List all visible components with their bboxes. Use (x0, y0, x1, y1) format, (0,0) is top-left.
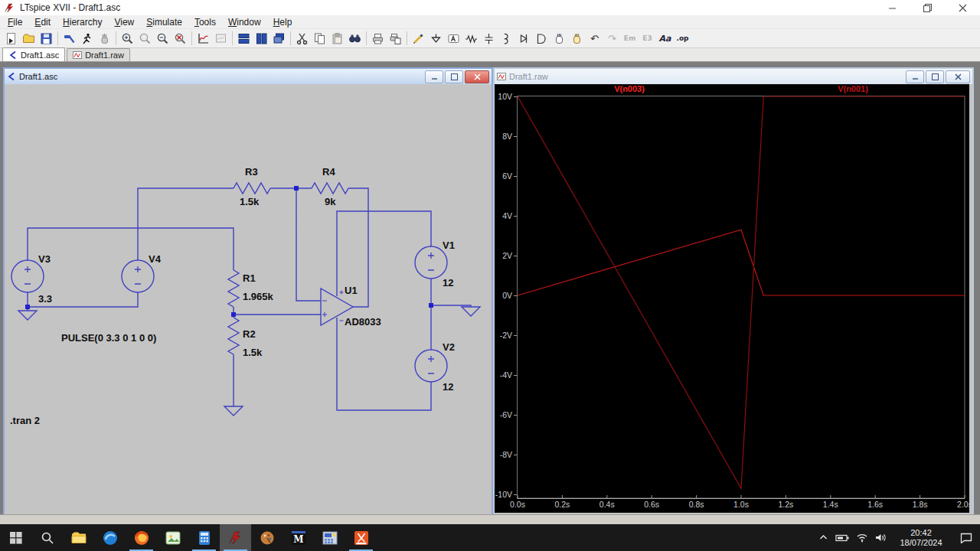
paste-icon[interactable] (328, 30, 346, 47)
source-v4-symbol[interactable] (122, 260, 154, 292)
label-v1-name[interactable]: V1 (443, 240, 455, 251)
run-simulation-icon[interactable] (78, 30, 96, 47)
waveform-maximize-button[interactable] (926, 70, 944, 83)
menu-window[interactable]: Window (222, 16, 267, 28)
open-file-icon[interactable] (20, 30, 38, 47)
control-panel-icon[interactable] (60, 30, 78, 47)
find-icon[interactable] (346, 30, 364, 47)
mark-em-icon[interactable]: Em (621, 30, 639, 47)
label-v4-name[interactable]: V4 (149, 253, 161, 265)
label-r4-name[interactable]: R4 (322, 166, 335, 178)
label-v4-value[interactable]: PULSE(0 3.3 0 1 0 0) (61, 332, 156, 344)
cut-icon[interactable] (293, 30, 311, 47)
resistor-r3-symbol[interactable] (234, 183, 270, 194)
action-center-icon[interactable] (960, 533, 972, 543)
place-diode-icon[interactable] (515, 30, 533, 47)
taskbar-ltspice-icon[interactable] (220, 524, 251, 551)
app-minimize-button[interactable] (874, 0, 910, 15)
tile-horizontal-icon[interactable] (235, 30, 253, 47)
undo-icon[interactable]: ↶ (586, 30, 603, 47)
save-icon[interactable] (38, 30, 55, 47)
schematic-maximize-button[interactable] (445, 70, 463, 83)
place-ground-icon[interactable] (427, 30, 445, 47)
taskbar-adobe-reader-icon[interactable] (345, 524, 377, 551)
legend-v-n001-[interactable]: V(n001) (838, 84, 868, 93)
place-capacitor-icon[interactable] (480, 30, 498, 47)
spice-directive-icon[interactable]: .op (674, 30, 691, 47)
menu-tools[interactable]: Tools (188, 16, 222, 28)
taskbar-photo-app-icon[interactable] (157, 524, 188, 551)
schematic-close-button[interactable] (465, 70, 489, 83)
battery-icon[interactable] (835, 533, 849, 543)
zoom-out-icon[interactable] (154, 30, 172, 47)
app-close-button[interactable] (945, 0, 980, 15)
zoom-full-extents-icon[interactable] (172, 30, 189, 47)
taskbar-grid-utility-icon[interactable] (314, 524, 345, 551)
place-resistor-icon[interactable] (462, 30, 480, 47)
taskbar-paint-app-icon[interactable] (251, 524, 283, 551)
redo-icon[interactable]: ↷ (603, 30, 621, 47)
taskbar-calculator-icon[interactable] (188, 524, 220, 551)
zoom-in-icon[interactable] (119, 30, 136, 47)
source-v3-symbol[interactable] (11, 260, 44, 292)
taskbar-clock[interactable]: 20:42 18/07/2024 (893, 528, 949, 548)
label-v2-name[interactable]: V2 (443, 341, 455, 353)
label-r4-value[interactable]: 9k (325, 196, 335, 207)
schematic-canvas[interactable]: R3 1.5k R4 9k V3 3.3 V4 PULSE(0 3.3 0 1 … (5, 84, 488, 513)
resistor-r4-symbol[interactable] (312, 183, 348, 194)
resistor-r1-symbol[interactable] (228, 270, 239, 307)
copy-icon[interactable] (311, 30, 328, 47)
label-v2-value[interactable]: 12 (443, 381, 453, 393)
menu-help[interactable]: Help (267, 16, 299, 28)
app-restore-button[interactable] (910, 0, 945, 15)
new-schematic-icon[interactable] (2, 30, 20, 47)
place-net-label-icon[interactable] (445, 30, 462, 47)
schematic-window-titlebar[interactable]: Draft1.asc (5, 69, 492, 84)
menu-file[interactable]: File (2, 16, 28, 28)
print-preview-icon[interactable] (387, 30, 404, 47)
print-icon[interactable] (369, 30, 387, 47)
hidden-icons-chevron-icon[interactable] (818, 533, 828, 543)
drag-icon[interactable] (568, 30, 586, 47)
add-text-icon[interactable]: Aa (656, 30, 674, 47)
wifi-icon[interactable] (856, 533, 868, 543)
label-v3-value[interactable]: 3.3 (38, 293, 52, 305)
move-icon[interactable] (550, 30, 568, 47)
menu-view[interactable]: View (108, 16, 140, 28)
app-titlebar[interactable]: LTspice XVII - Draft1.asc (0, 0, 980, 15)
taskbar-file-explorer-icon[interactable] (63, 524, 94, 551)
label-spice-directive[interactable]: .tran 2 (10, 415, 40, 426)
place-component-icon[interactable] (533, 30, 550, 47)
waveform-window-titlebar[interactable]: Draft1.raw (495, 69, 972, 84)
label-r2-name[interactable]: R2 (243, 328, 256, 340)
speaker-icon[interactable] (875, 533, 887, 543)
schematic-minimize-button[interactable] (425, 70, 443, 83)
taskbar-firefox-icon[interactable] (126, 524, 157, 551)
waveform-minimize-button[interactable] (906, 70, 924, 83)
halt-simulation-icon[interactable] (96, 30, 113, 47)
label-r3-value[interactable]: 1.5k (240, 196, 259, 207)
resistor-r2-symbol[interactable] (228, 318, 239, 354)
label-r1-value[interactable]: 1.965k (243, 291, 273, 302)
pan-plot-icon[interactable] (212, 30, 230, 47)
zoom-back-icon[interactable] (136, 30, 154, 47)
draw-wire-icon[interactable] (410, 30, 427, 47)
autorange-y-icon[interactable] (194, 30, 212, 47)
tab-draft1-raw[interactable]: Draft1.raw (67, 48, 130, 61)
label-u1-value[interactable]: AD8033 (345, 316, 381, 328)
waveform-plot-area[interactable]: 10V8V6V4V2V0V-2V-4V-6V-8V-10V0.0s0.2s0.4… (495, 84, 969, 513)
source-v2-symbol[interactable] (415, 350, 447, 382)
waveform-close-button[interactable] (946, 70, 970, 83)
label-v3-name[interactable]: V3 (38, 253, 51, 265)
taskbar-search-icon[interactable] (31, 524, 63, 551)
menu-simulate[interactable]: Simulate (140, 16, 188, 28)
taskbar-blue-circle-app-icon[interactable] (94, 524, 126, 551)
taskbar-miktex-icon[interactable]: M (283, 524, 314, 551)
menu-hierarchy[interactable]: Hierarchy (57, 16, 108, 28)
legend-v-n003-[interactable]: V(n003) (614, 84, 645, 93)
tab-draft1-asc[interactable]: Draft1.asc (2, 47, 65, 61)
label-r3-name[interactable]: R3 (245, 166, 258, 178)
mark-e3-icon[interactable]: E3 (639, 30, 656, 47)
label-r1-name[interactable]: R1 (243, 272, 256, 284)
label-u1-name[interactable]: U1 (345, 285, 358, 296)
